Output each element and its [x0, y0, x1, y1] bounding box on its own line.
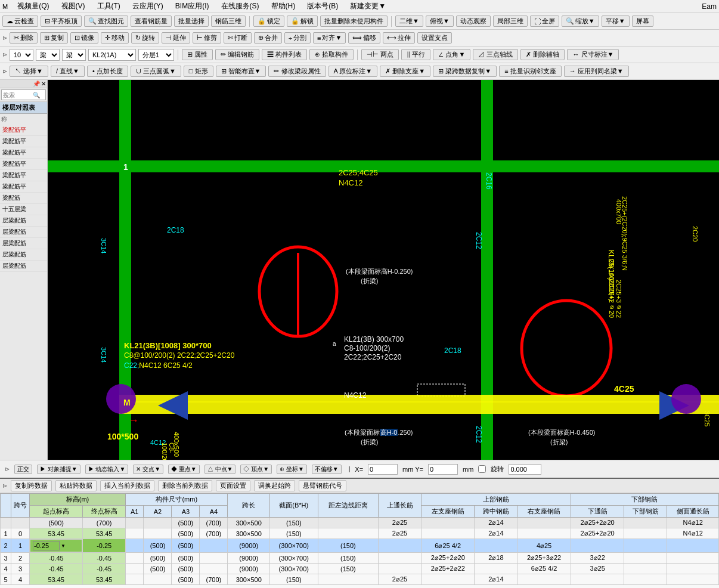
floor-item-6[interactable]: 梁配筋平 — [0, 181, 47, 193]
find-btn[interactable]: 🔍 查找图元 — [84, 16, 128, 27]
page-setup-btn[interactable]: 页面设置 — [216, 480, 250, 491]
td-end-1[interactable]: 53.45 — [83, 528, 126, 539]
align-btn[interactable]: ≡ 对齐▼ — [313, 32, 346, 44]
zoom-btn[interactable]: 🔍 缩放▼ — [562, 16, 599, 27]
td-start-5[interactable]: 53.45 — [30, 574, 83, 585]
insert-col-btn[interactable]: 插入当前列数据 — [100, 480, 154, 491]
no-offset-btn[interactable]: 不偏移▼ — [312, 465, 342, 474]
copy-span-btn[interactable]: 复制跨数据 — [11, 480, 52, 491]
menu-bim[interactable]: BIM应用(I) — [173, 0, 212, 13]
table-row-4[interactable]: 4 3 -0.45 -0.45 (500) (500) (9000) (300×… — [1, 564, 719, 574]
menu-online[interactable]: 在线服务(S) — [219, 0, 262, 13]
menu-version[interactable]: 版本号(B) — [305, 0, 340, 13]
batch-select-btn[interactable]: 批量选择 — [174, 16, 209, 27]
table-row-5[interactable]: 5 4 53.45 53.45 (500) (700) 300×500 (150… — [1, 574, 719, 585]
search-icon[interactable]: 🔍 — [33, 92, 40, 98]
apply-same-name-btn[interactable]: → 应用到同名梁▼ — [564, 66, 629, 77]
vertex-btn[interactable]: ◇ 顶点▼ — [240, 465, 272, 474]
menu-view[interactable]: 视图(V) — [59, 0, 88, 13]
edit-rebar-btn[interactable]: ✏ 编辑钢筋 — [215, 49, 259, 60]
endpoint-btn[interactable]: ◆ 重点▼ — [168, 465, 200, 474]
td-start-2[interactable]: ▼ — [30, 539, 82, 552]
two-point-btn[interactable]: ⊣⊢ 两点 — [361, 49, 399, 60]
unlock-btn[interactable]: 🔓 解锁 — [287, 16, 318, 27]
copy-span-data-btn[interactable]: ⊞ 梁跨数据复制▼ — [433, 66, 497, 77]
menu-cloud[interactable]: 云应用(Y) — [130, 0, 166, 13]
del-aux-axis-btn[interactable]: ✗ 删除辅轴 — [520, 49, 565, 60]
smart-layout-btn[interactable]: ⊞ 智能布置▼ — [216, 66, 266, 77]
floor-item-3[interactable]: 梁配筋平 — [0, 147, 47, 159]
align-top-btn[interactable]: ⊟ 平齐板顶 — [41, 16, 82, 27]
floor-item-7[interactable]: 梁配筋 — [0, 193, 47, 204]
type2-select[interactable]: 梁 — [62, 49, 86, 61]
line-btn[interactable]: / 直线▼ — [51, 66, 85, 77]
snap-btn[interactable]: ▶ 对象捕提▼ — [37, 465, 80, 474]
del-support-btn[interactable]: ✗ 删除支座▼ — [380, 66, 430, 77]
view-rebar-btn[interactable]: 查看钢筋量 — [131, 16, 172, 27]
cloud-check-btn[interactable]: ☁ 云检查 — [2, 16, 38, 27]
dim-annotation-btn[interactable]: ↔ 尺寸标注▼ — [567, 49, 619, 60]
floor-item-12[interactable]: 层梁配筋 — [0, 249, 47, 261]
delete-btn[interactable]: ✂ 删除 — [10, 32, 38, 44]
floor-item-5[interactable]: 梁配筋平 — [0, 170, 47, 181]
x-input[interactable] — [368, 464, 398, 475]
close-panel-icon[interactable]: ✕ — [41, 81, 46, 87]
select-btn[interactable]: ↖ 选择▼ — [10, 66, 48, 77]
arc-btn[interactable]: ∪ 三点圆弧▼ — [131, 66, 181, 77]
floor-item-4[interactable]: 梁配筋平 — [0, 159, 47, 170]
in-situ-annotation-btn[interactable]: A 原位标注▼ — [328, 66, 378, 77]
del-col-btn[interactable]: 删除当前列数据 — [158, 480, 212, 491]
menu-help[interactable]: 帮助(H) — [269, 0, 298, 13]
floor-item-1[interactable]: 梁配筋平 — [0, 125, 47, 136]
screen-btn[interactable]: 屏幕 — [632, 16, 653, 27]
td-end-5[interactable]: 53.45 — [83, 574, 126, 585]
menu-video[interactable]: 视频量(Q) — [15, 0, 51, 13]
table-row-3[interactable]: 3 2 -0.45 -0.45 (500) (500) (9000) (300×… — [1, 553, 719, 564]
merge-btn[interactable]: ⊕ 合并 — [254, 32, 282, 44]
midpoint-btn[interactable]: △ 中点▼ — [204, 465, 236, 474]
table-row-2[interactable]: 2 1 ▼ -0.25 (500) (500) (9000) (300×700)… — [1, 539, 719, 553]
td-end-3[interactable]: -0.45 — [83, 553, 126, 564]
2d-btn[interactable]: 二维▼ — [395, 16, 423, 27]
ortho-btn[interactable]: 正交 — [14, 465, 32, 474]
local3d-btn[interactable]: 局部三维 — [493, 16, 528, 27]
start-height-input-2[interactable] — [33, 541, 60, 550]
component-list-btn[interactable]: ☰ 构件列表 — [262, 49, 307, 60]
menu-new[interactable]: 新建变更▼ — [348, 0, 388, 13]
pin-icon[interactable]: 📌 — [33, 81, 40, 87]
three-point-axis-btn[interactable]: ⊿ 三点轴线 — [473, 49, 518, 60]
move-btn[interactable]: ✛ 移动 — [101, 32, 129, 44]
copy-btn[interactable]: ⊞ 复制 — [40, 32, 68, 44]
trim-btn[interactable]: ⊢ 修剪 — [193, 32, 221, 44]
table-row-1[interactable]: 1 0 53.45 53.45 (500) (700) 300×500 (150… — [1, 528, 719, 539]
td-end-4[interactable]: -0.45 — [83, 564, 126, 574]
top-view-btn[interactable]: 俯视▼ — [426, 16, 454, 27]
td-start-3[interactable]: -0.45 — [30, 553, 83, 564]
point-len-btn[interactable]: • 点加长度 — [87, 66, 128, 77]
stretch-btn[interactable]: ⟷ 拉伸 — [383, 32, 415, 44]
paste-span-btn[interactable]: 粘贴跨数据 — [55, 480, 97, 491]
td-start-1[interactable]: 53.45 — [30, 528, 83, 539]
td-start-4[interactable]: -0.45 — [30, 564, 83, 574]
rotate-checkbox[interactable] — [478, 465, 486, 473]
pick-component-btn[interactable]: ⊕ 拾取构件 — [309, 49, 354, 60]
canvas-area[interactable]: 1 2 1 2 → — [48, 80, 719, 460]
cantilever-code-btn[interactable]: 悬臂钢筋代号 — [299, 480, 346, 491]
rotate-btn[interactable]: ↻ 旋转 — [131, 32, 159, 44]
floor-item-13[interactable]: 层梁配筋 — [0, 261, 47, 272]
mirror-btn[interactable]: ⊡ 镜像 — [70, 32, 98, 44]
modify-seg-prop-btn[interactable]: ✏ 修改梁段属性 — [268, 66, 326, 77]
type1-select[interactable]: 梁 — [36, 49, 60, 61]
point-angle-btn[interactable]: ∠ 点角▼ — [433, 49, 470, 60]
beam-id-select[interactable]: KL2(1A) — [88, 49, 136, 61]
parallel-btn[interactable]: ∥ 平行 — [401, 49, 430, 60]
num-select[interactable]: 10 — [10, 49, 33, 61]
coord-btn[interactable]: ⊕ 坐标▼ — [277, 465, 307, 474]
floor-item-10[interactable]: 层梁配筋 — [0, 227, 47, 238]
dynamic-obs-btn[interactable]: 动态观察 — [456, 16, 491, 27]
dropdown-arrow-2[interactable]: ▼ — [61, 543, 66, 549]
dynamic-input-btn[interactable]: ▶ 动态输入▼ — [85, 465, 129, 474]
pan-btn[interactable]: 平移▼ — [602, 16, 630, 27]
y-input[interactable] — [428, 464, 458, 475]
break-btn[interactable]: ✄ 打断 — [224, 32, 252, 44]
